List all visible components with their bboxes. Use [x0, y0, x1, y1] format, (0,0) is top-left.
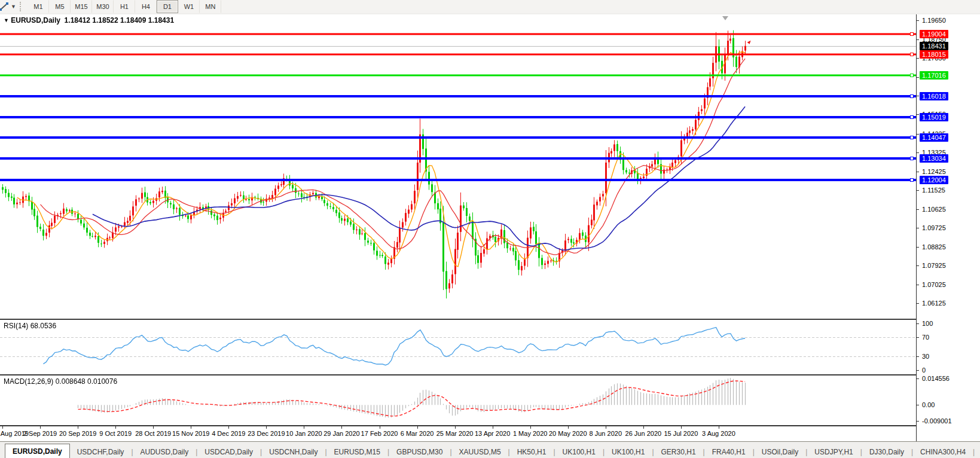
- line-tools-dropdown-caret[interactable]: ▼: [11, 4, 16, 10]
- axis-tick: [917, 378, 919, 379]
- hline-price-tag: 1.16018: [920, 92, 948, 100]
- time-axis-tick: [380, 426, 380, 429]
- scroll-to-end-icon[interactable]: [722, 16, 728, 20]
- time-axis-tick: [719, 426, 719, 429]
- axis-tick: [917, 77, 919, 78]
- chart-tab-xauusd-m5[interactable]: XAUUSD,M5: [452, 445, 508, 458]
- hline-price-tag: 1.18015: [920, 50, 948, 59]
- date-label: 3 Aug 2020: [692, 430, 746, 437]
- time-axis-tick: [266, 426, 267, 429]
- macd-level-label: -0.009001: [922, 417, 952, 425]
- axis-tick: [917, 114, 919, 115]
- price-axis[interactable]: 1.196501.187501.178501.169501.160501.151…: [916, 14, 980, 441]
- time-axis[interactable]: 14 Aug 20192 Sep 201920 Sep 20199 Oct 20…: [0, 426, 916, 442]
- axis-tick: [917, 58, 919, 59]
- price-tick-label: 1.12425: [922, 167, 946, 176]
- chart-tab-usdjpy-h1[interactable]: USDJPY,H1: [807, 445, 860, 458]
- toolbar-grip-handle[interactable]: [20, 2, 24, 11]
- macd-label: MACD(12,26,9) 0.008648 0.010076: [4, 377, 117, 386]
- chart-tab-fra40-h1[interactable]: FRA40,H1: [705, 445, 753, 458]
- price-tick-label: 1.09725: [922, 224, 946, 232]
- chart-tab-china300-h4[interactable]: CHINA300,H4: [913, 445, 973, 458]
- chart-tab-usdcad-daily[interactable]: USDCAD,Daily: [197, 445, 260, 458]
- timeframe-button-m1[interactable]: M1: [28, 0, 49, 13]
- timeframe-button-mn[interactable]: MN: [200, 0, 221, 13]
- time-axis-tick: [153, 426, 154, 429]
- time-axis-tick: [228, 426, 229, 429]
- chart-tab-usoil-d[interactable]: USOil,D: [975, 445, 980, 458]
- timeframe-button-d1[interactable]: D1: [157, 0, 178, 13]
- time-axis-tick: [681, 426, 682, 429]
- chart-tab-audusd-daily[interactable]: AUDUSD,Daily: [133, 445, 196, 458]
- time-axis-tick: [417, 426, 418, 429]
- chart-tab-usdchf-daily[interactable]: USDCHF,Daily: [70, 445, 132, 458]
- chart-tab-ger30-h1[interactable]: GER30,H1: [654, 445, 703, 458]
- axis-tick: [917, 190, 919, 191]
- macd-level-label: 0.00: [922, 401, 935, 409]
- macd-canvas[interactable]: [0, 375, 916, 425]
- time-axis-tick: [341, 426, 342, 429]
- axis-tick: [917, 265, 919, 266]
- axis-tick: [917, 356, 919, 357]
- rsi-canvas[interactable]: [0, 320, 916, 374]
- time-axis-tick: [78, 426, 78, 429]
- time-axis-tick: [568, 426, 569, 429]
- timeframe-button-m30[interactable]: M30: [92, 0, 114, 13]
- chart-tab-eurusd-m15[interactable]: EURUSD,M15: [327, 445, 387, 458]
- axis-tick: [917, 228, 919, 228]
- timeframe-button-w1[interactable]: W1: [178, 0, 200, 13]
- line-tools-icon[interactable]: [0, 1, 11, 12]
- axis-tick: [917, 96, 919, 96]
- price-tick-label: 1.06125: [922, 299, 946, 307]
- axis-tick: [917, 323, 919, 324]
- chart-tab-uk100-h1[interactable]: UK100,H1: [605, 445, 652, 458]
- time-axis-tick: [643, 426, 644, 429]
- chart-tab-gbpusd-m30[interactable]: GBPUSD,M30: [389, 445, 450, 458]
- rsi-level-label: 0: [922, 366, 926, 374]
- axis-tick: [917, 285, 919, 285]
- timeframe-button-h1[interactable]: H1: [114, 0, 135, 13]
- chart-tab-usoil-daily[interactable]: USOil,Daily: [755, 445, 805, 458]
- axis-tick: [917, 247, 919, 248]
- macd-panel: MACD(12,26,9) 0.008648 0.010076: [0, 375, 916, 425]
- rsi-level-label: 70: [922, 333, 929, 341]
- axis-tick: [917, 134, 919, 135]
- trading-platform-window: ▼ M1M5M15M30H1H4D1W1MN ▼ EURUSD,Daily 1.…: [0, 0, 980, 458]
- price-tick-label: 1.07025: [922, 280, 946, 289]
- time-axis-tick: [40, 426, 41, 429]
- hline-price-tag: 1.14047: [920, 133, 948, 142]
- chart-tab-hk50-h1[interactable]: HK50,H1: [510, 445, 554, 458]
- price-tick-label: 1.19650: [922, 16, 946, 25]
- time-axis-tick: [191, 426, 191, 429]
- chart-tab-eurusd-daily[interactable]: EURUSD,Daily: [5, 444, 70, 458]
- main-chart-canvas[interactable]: [0, 14, 916, 318]
- axis-tick: [917, 303, 919, 304]
- macd-level-label: 0.014556: [922, 374, 950, 383]
- time-axis-tick: [493, 426, 493, 429]
- hline-price-tag: 1.12004: [920, 176, 948, 184]
- price-tick-label: 1.08825: [922, 243, 946, 251]
- price-tick-label: 1.07925: [922, 261, 946, 270]
- chart-tab-dj30-daily[interactable]: DJ30,Daily: [862, 445, 911, 458]
- current-price-tag: 1.18431: [920, 42, 948, 50]
- axis-tick: [917, 337, 919, 338]
- hline-price-tag: 1.15019: [920, 113, 948, 121]
- timeframe-button-m5[interactable]: M5: [49, 0, 71, 13]
- axis-tick: [917, 370, 919, 371]
- chart-tab-bar: EURUSD,DailyUSDCHF,Daily|AUDUSD,Daily|US…: [0, 441, 980, 458]
- rsi-level-label: 30: [922, 352, 929, 361]
- symbol-collapse-icon[interactable]: ▼: [4, 17, 9, 23]
- axis-tick: [917, 172, 919, 172]
- axis-tick: [917, 209, 919, 210]
- timeframe-switcher: M1M5M15M30H1H4D1W1MN: [28, 0, 221, 13]
- timeframe-button-m15[interactable]: M15: [71, 0, 92, 13]
- main-chart-panel: ▼ EURUSD,Daily 1.18412 1.18522 1.18409 1…: [0, 14, 916, 318]
- rsi-label: RSI(14) 68.0536: [4, 322, 56, 330]
- hline-price-tag: 1.19004: [920, 30, 948, 38]
- chart-tab-uk100-h1[interactable]: UK100,H1: [555, 445, 603, 458]
- hline-price-tag: 1.17016: [920, 71, 948, 80]
- chart-tab-usdcnh-daily[interactable]: USDCNH,Daily: [262, 445, 325, 458]
- timeframe-button-h4[interactable]: H4: [135, 0, 157, 13]
- axis-tick: [917, 152, 919, 153]
- chart-quote-header: ▼ EURUSD,Daily 1.18412 1.18522 1.18409 1…: [4, 16, 174, 25]
